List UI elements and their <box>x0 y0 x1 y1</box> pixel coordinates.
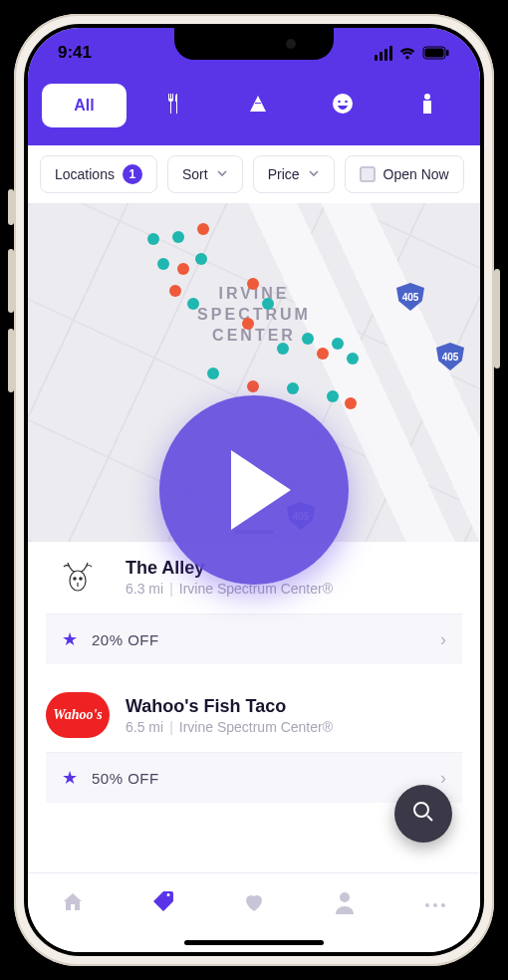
phone-frame: 9:41 All <box>14 14 494 966</box>
play-icon <box>231 450 291 530</box>
chevron-right-icon: › <box>440 629 446 650</box>
map-pin[interactable] <box>172 231 184 243</box>
nav-favorites[interactable] <box>234 884 274 924</box>
svg-point-6 <box>424 94 430 100</box>
map-pin[interactable] <box>207 368 219 379</box>
person-icon <box>419 93 435 119</box>
filter-price-label: Price <box>268 166 300 182</box>
tag-icon <box>150 889 176 919</box>
signal-icon <box>375 46 392 61</box>
svg-point-5 <box>345 101 348 104</box>
bag-icon <box>247 94 269 118</box>
filter-price[interactable]: Price <box>253 155 335 193</box>
map-pin[interactable] <box>327 390 339 402</box>
svg-point-3 <box>333 94 353 114</box>
tab-all[interactable]: All <box>42 84 127 127</box>
offer-text: 20% OFF <box>92 631 426 648</box>
map-pin[interactable] <box>157 258 169 270</box>
map-pin[interactable] <box>277 343 289 355</box>
svg-point-10 <box>414 803 428 817</box>
map-pin[interactable] <box>242 318 254 330</box>
map-pin[interactable] <box>332 338 344 350</box>
filter-sort[interactable]: Sort <box>167 155 243 193</box>
map-pin[interactable] <box>169 285 181 297</box>
filter-locations[interactable]: Locations 1 <box>40 155 157 193</box>
svg-point-4 <box>338 101 341 104</box>
play-button[interactable] <box>159 395 349 585</box>
filter-locations-label: Locations <box>55 166 115 182</box>
nav-home[interactable] <box>53 884 93 924</box>
filter-row: Locations 1 Sort Price Open Now <box>28 145 480 203</box>
home-indicator <box>184 940 324 945</box>
star-icon: ★ <box>62 767 78 789</box>
filter-sort-label: Sort <box>182 166 208 182</box>
screen: 9:41 All <box>28 28 480 952</box>
map-pin[interactable] <box>345 397 357 409</box>
category-nav: All <box>28 78 480 145</box>
nav-profile[interactable] <box>325 884 365 924</box>
map-pin[interactable] <box>177 263 189 275</box>
locations-count-badge: 1 <box>123 164 142 184</box>
map-pin[interactable] <box>195 253 207 265</box>
home-icon <box>61 890 85 918</box>
chevron-down-icon <box>216 166 228 182</box>
svg-point-9 <box>80 578 82 580</box>
status-icons <box>375 46 450 61</box>
user-icon <box>334 890 356 918</box>
nav-deals[interactable] <box>143 884 183 924</box>
checkbox-icon <box>360 166 376 182</box>
merchant-logo: Wahoo's <box>46 692 110 738</box>
status-time: 9:41 <box>58 43 92 63</box>
merchant-name: Wahoo's Fish Taco <box>126 696 333 717</box>
merchant-sub: 6.5 mi|Irvine Spectrum Center® <box>126 719 333 735</box>
merchant-logo <box>46 554 110 600</box>
map-pin[interactable] <box>247 278 259 290</box>
offer-text: 50% OFF <box>92 770 426 787</box>
map-pin[interactable] <box>247 380 259 392</box>
map-pin[interactable] <box>317 348 329 360</box>
wifi-icon <box>398 46 416 60</box>
more-icon <box>423 895 447 913</box>
map-pin[interactable] <box>347 353 359 365</box>
chevron-right-icon: › <box>440 768 446 789</box>
svg-point-13 <box>433 903 437 907</box>
tab-all-label: All <box>74 97 94 115</box>
svg-rect-1 <box>425 49 444 58</box>
nav-more[interactable] <box>415 884 455 924</box>
heart-icon <box>242 890 266 918</box>
list-item[interactable]: Wahoo's Wahoo's Fish Taco 6.5 mi|Irvine … <box>28 680 480 803</box>
tab-fun[interactable] <box>304 84 381 127</box>
merchant-sub: 6.3 mi|Irvine Spectrum Center® <box>126 581 333 597</box>
svg-point-14 <box>441 903 445 907</box>
svg-rect-2 <box>446 50 449 56</box>
offer-row[interactable]: ★ 20% OFF › <box>46 613 462 664</box>
tab-food[interactable] <box>134 84 211 127</box>
fork-knife-icon <box>163 93 183 119</box>
search-fab[interactable] <box>394 785 452 843</box>
chevron-down-icon <box>308 166 320 182</box>
map-pin[interactable] <box>187 298 199 310</box>
star-icon: ★ <box>62 628 78 650</box>
map-pin[interactable] <box>262 298 274 310</box>
tab-shop[interactable] <box>219 84 296 127</box>
device-notch <box>174 28 334 60</box>
filter-open-now-label: Open Now <box>383 166 449 182</box>
map-pin[interactable] <box>287 382 299 394</box>
map-pin[interactable] <box>197 223 209 235</box>
svg-point-12 <box>425 903 429 907</box>
svg-point-7 <box>70 571 86 591</box>
svg-point-11 <box>340 892 350 902</box>
search-icon <box>412 801 434 827</box>
tab-services[interactable] <box>389 84 466 127</box>
svg-point-8 <box>74 578 76 580</box>
smile-icon <box>332 93 354 119</box>
map-center-label: IRVINE SPECTRUM CENTER <box>197 284 311 346</box>
battery-icon <box>422 46 450 60</box>
map-pin[interactable] <box>302 333 314 345</box>
map-pin[interactable] <box>147 233 159 245</box>
filter-open-now[interactable]: Open Now <box>345 155 464 193</box>
